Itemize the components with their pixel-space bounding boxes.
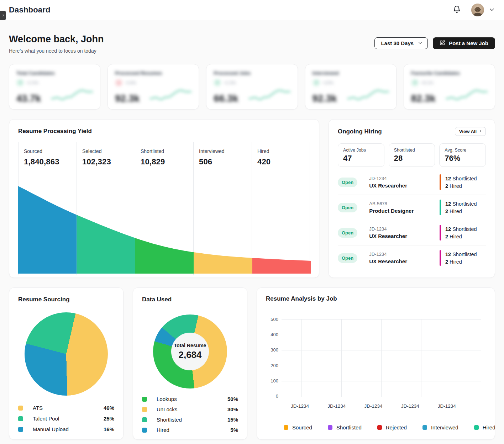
legend-swatch <box>18 427 23 432</box>
avatar[interactable] <box>471 4 484 16</box>
funnel-segment-hired <box>252 184 311 275</box>
resume-sourcing-card: Resume Sourcing ATS 46% Talent Pool 25% … <box>9 287 124 440</box>
top-bar: Dashboard <box>0 0 504 20</box>
job-row[interactable]: Open JD-1234 UX Researcher 12 Shortliste… <box>338 220 486 245</box>
plot-area <box>282 319 481 397</box>
legend-value: 25% <box>104 416 114 422</box>
legend-swatch <box>18 406 23 411</box>
legend-label: UnLocks <box>157 406 177 412</box>
kpi-card-interviewed: Interviewed +10% 92.3k <box>305 64 397 110</box>
analysis-title: Resume Analysis by Job <box>266 295 486 302</box>
trend-up-icon <box>214 79 221 86</box>
gridline-v <box>341 319 342 397</box>
stage-value: 10,829 <box>141 157 193 166</box>
legend-swatch <box>377 425 382 430</box>
trend-up-icon <box>411 79 419 86</box>
notifications-button[interactable] <box>453 5 461 15</box>
job-accent-bar <box>440 174 441 190</box>
funnel-stage-interviewed: Interviewed 506 <box>193 142 252 166</box>
legend-swatch <box>284 425 288 430</box>
y-tick: 0 <box>266 393 278 399</box>
summary-value: 28 <box>394 154 430 163</box>
stage-label: Shortlisted <box>141 148 193 154</box>
gridline-v <box>301 319 302 397</box>
page-title: Dashboard <box>9 5 51 15</box>
stage-label: Hired <box>257 148 310 154</box>
job-code: AB-5678 <box>369 201 414 206</box>
view-all-button[interactable]: View All <box>455 127 486 136</box>
bell-icon <box>453 5 461 15</box>
resume-processing-yield-card: Resume Processing Yield Sourced 1,840,86… <box>9 119 319 278</box>
topbar-divider <box>466 5 466 15</box>
date-range-select[interactable]: Last 30 Days <box>374 37 428 49</box>
post-new-job-button[interactable]: Post a New Job <box>433 37 495 49</box>
chevron-right-icon <box>478 129 482 134</box>
stage-label: Sourced <box>24 148 77 154</box>
legend-value: 46% <box>104 405 114 411</box>
status-badge: Open <box>338 203 357 212</box>
job-row[interactable]: Open JD-1234 UX Researcher 12 Shortliste… <box>338 245 486 270</box>
person-silhouette-icon <box>471 6 484 16</box>
legend-label: Shortlisted <box>157 417 182 423</box>
sourcing-pie-chart <box>25 312 108 396</box>
hired-stat: 2 Hired <box>445 208 477 214</box>
sidebar-expand-button[interactable] <box>0 11 6 20</box>
stage-value: 1,840,863 <box>24 157 77 166</box>
kpi-value: 82.3k <box>411 93 436 104</box>
status-badge: Open <box>338 253 357 263</box>
sourcing-title: Resume Sourcing <box>18 296 114 303</box>
ongoing-hiring-card: Ongoing Hiring View All Active Jobs 47 S… <box>329 119 495 278</box>
chevron-down-icon <box>489 7 495 14</box>
hired-stat: 2 Hired <box>445 234 477 239</box>
job-accent-bar <box>440 200 441 215</box>
kpi-label: Total Candidates <box>16 70 93 76</box>
post-new-job-label: Post a New Job <box>449 40 488 46</box>
legend-label: Interviewed <box>431 424 458 430</box>
kpi-label: Favourite Candidates <box>411 70 488 76</box>
x-axis-labels: JD-1234 JD-1234 JD-1234 JD-1234 JD-1234 <box>282 403 465 409</box>
job-code: JD-1234 <box>369 176 407 181</box>
legend-value: 15% <box>227 417 238 423</box>
hired-stat: 2 Hired <box>445 183 477 189</box>
stage-label: Selected <box>82 148 135 154</box>
kpi-change: +9.1% <box>421 80 433 85</box>
legend-label: Hired <box>483 424 495 430</box>
legend-value: 5% <box>230 427 238 433</box>
legend-item: Shortlisted <box>328 424 362 430</box>
legend-item: UnLocks 30% <box>142 406 238 412</box>
legend-item: Lookups 50% <box>142 396 238 402</box>
trend-up-icon <box>313 79 320 86</box>
legend-swatch <box>142 428 147 433</box>
funnel-title: Resume Processing Yield <box>18 128 310 135</box>
donut-center: Total Resume 2,684 <box>171 333 209 370</box>
funnel-segment-interviewed <box>194 184 252 275</box>
job-accent-bar <box>440 225 441 240</box>
data-used-legend: Lookups 50% UnLocks 30% Shortlisted 15% … <box>142 396 238 433</box>
kpi-card-total-candidates: Total Candidates +2.5% 43.7k <box>9 64 100 110</box>
sparkline <box>347 86 389 104</box>
legend-label: ATS <box>33 405 43 411</box>
kpi-card-processed-resumes: Processed Resumes -0.8% 92.3k <box>107 64 199 110</box>
date-range-value: Last 30 Days <box>381 40 414 46</box>
chevron-right-icon <box>1 13 5 18</box>
x-tick: JD-1234 <box>318 403 355 409</box>
welcome-section: Welcome back, John Here’s what you need … <box>9 34 495 54</box>
job-row[interactable]: Open AB-5678 Product Designer 12 Shortli… <box>338 195 486 220</box>
funnel-area-chart <box>18 184 311 275</box>
legend-value: 50% <box>227 396 238 402</box>
status-badge: Open <box>338 228 357 238</box>
trend-down-icon <box>115 79 122 86</box>
legend-swatch <box>142 397 147 402</box>
job-row[interactable]: Open JD-1234 UX Researcher 12 Shortliste… <box>338 170 486 195</box>
profile-menu-button[interactable] <box>489 7 495 14</box>
chevron-down-icon <box>418 40 422 46</box>
funnel-segment-selected <box>77 184 135 275</box>
greeting-heading: Welcome back, John <box>9 34 104 45</box>
kpi-cards-row: Total Candidates +2.5% 43.7k Processed R… <box>9 64 495 110</box>
summary-label: Active Jobs <box>343 148 379 153</box>
funnel-stage-shortlisted: Shortlisted 10,829 <box>135 142 193 166</box>
y-tick: 500 <box>266 317 278 322</box>
legend-label: Talent Pool <box>33 416 59 422</box>
stage-label: Interviewed <box>199 148 252 154</box>
funnel-segment-shortlisted <box>135 184 194 275</box>
